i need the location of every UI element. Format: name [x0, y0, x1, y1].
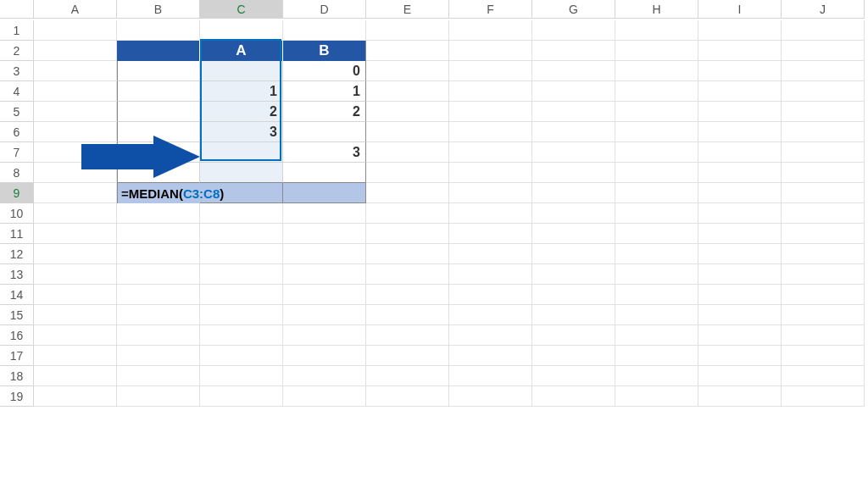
cell-E9[interactable]: [366, 183, 449, 203]
cell-I8[interactable]: [698, 163, 782, 183]
cell-E4[interactable]: [366, 81, 449, 102]
cell-B17[interactable]: [117, 346, 200, 366]
cell-I2[interactable]: [698, 41, 782, 61]
cell-B11[interactable]: [117, 224, 200, 244]
cell-G5[interactable]: [532, 102, 615, 122]
cell-B18[interactable]: [117, 366, 200, 386]
cell-H1[interactable]: [615, 20, 698, 41]
cell-A19[interactable]: [34, 386, 117, 407]
cell-G10[interactable]: [532, 203, 615, 224]
cell-H8[interactable]: [615, 163, 698, 183]
cell-C7[interactable]: [200, 142, 283, 163]
cell-H16[interactable]: [615, 325, 698, 346]
row-header-7[interactable]: 7: [0, 142, 34, 163]
cell-B15[interactable]: [117, 305, 200, 325]
cell-D17[interactable]: [283, 346, 366, 366]
cell-A15[interactable]: [34, 305, 117, 325]
cell-J7[interactable]: [782, 142, 865, 163]
cell-F1[interactable]: [449, 20, 532, 41]
cell-F10[interactable]: [449, 203, 532, 224]
table-header-B[interactable]: B: [283, 41, 366, 61]
cell-A14[interactable]: [34, 285, 117, 305]
cell-A9[interactable]: [34, 183, 117, 203]
cell-E2[interactable]: [366, 41, 449, 61]
cell-F5[interactable]: [449, 102, 532, 122]
cell-F19[interactable]: [449, 386, 532, 407]
cell-D6[interactable]: [283, 122, 366, 142]
row-header-10[interactable]: 10: [0, 203, 34, 224]
cell-B16[interactable]: [117, 325, 200, 346]
cell-A3[interactable]: [34, 61, 117, 81]
row-header-5[interactable]: 5: [0, 102, 34, 122]
row-header-16[interactable]: 16: [0, 325, 34, 346]
cell-D8[interactable]: [283, 163, 366, 183]
cell-G13[interactable]: [532, 264, 615, 285]
cell-A12[interactable]: [34, 244, 117, 264]
row-header-6[interactable]: 6: [0, 122, 34, 142]
cell-D7[interactable]: 3: [283, 142, 366, 163]
cell-C5[interactable]: 2: [200, 102, 283, 122]
cell-C10[interactable]: [200, 203, 283, 224]
cell-H3[interactable]: [615, 61, 698, 81]
cell-D5[interactable]: 2: [283, 102, 366, 122]
cell-E17[interactable]: [366, 346, 449, 366]
cell-I17[interactable]: [698, 346, 782, 366]
cell-D12[interactable]: [283, 244, 366, 264]
cell-A4[interactable]: [34, 81, 117, 102]
cell-H2[interactable]: [615, 41, 698, 61]
cell-C4[interactable]: 1: [200, 81, 283, 102]
col-header-G[interactable]: G: [532, 0, 615, 19]
cell-D1[interactable]: [283, 20, 366, 41]
cell-G19[interactable]: [532, 386, 615, 407]
cell-I15[interactable]: [698, 305, 782, 325]
cell-C18[interactable]: [200, 366, 283, 386]
cell-B14[interactable]: [117, 285, 200, 305]
cell-C6[interactable]: 3: [200, 122, 283, 142]
row-header-9[interactable]: 9: [0, 183, 34, 203]
cell-F7[interactable]: [449, 142, 532, 163]
cell-B19[interactable]: [117, 386, 200, 407]
cell-G6[interactable]: [532, 122, 615, 142]
cell-I7[interactable]: [698, 142, 782, 163]
cell-J2[interactable]: [782, 41, 865, 61]
cell-I10[interactable]: [698, 203, 782, 224]
cell-B9-formula[interactable]: =MEDIAN(C3:C8): [117, 183, 200, 203]
cell-A5[interactable]: [34, 102, 117, 122]
cell-A11[interactable]: [34, 224, 117, 244]
spreadsheet-grid[interactable]: A B C D E F G H I J 1 2 A B 3 0 4 1 1: [0, 0, 868, 407]
cell-C14[interactable]: [200, 285, 283, 305]
cell-J17[interactable]: [782, 346, 865, 366]
cell-H12[interactable]: [615, 244, 698, 264]
cell-J6[interactable]: [782, 122, 865, 142]
cell-A10[interactable]: [34, 203, 117, 224]
cell-H18[interactable]: [615, 366, 698, 386]
cell-B10[interactable]: [117, 203, 200, 224]
cell-J12[interactable]: [782, 244, 865, 264]
cell-G4[interactable]: [532, 81, 615, 102]
table-header-A[interactable]: A: [200, 41, 283, 61]
col-header-A[interactable]: A: [34, 0, 117, 19]
cell-H17[interactable]: [615, 346, 698, 366]
cell-J8[interactable]: [782, 163, 865, 183]
cell-F16[interactable]: [449, 325, 532, 346]
cell-I6[interactable]: [698, 122, 782, 142]
cell-C8[interactable]: [200, 163, 283, 183]
cell-C1[interactable]: [200, 20, 283, 41]
cell-G15[interactable]: [532, 305, 615, 325]
cell-J13[interactable]: [782, 264, 865, 285]
cell-E1[interactable]: [366, 20, 449, 41]
cell-J16[interactable]: [782, 325, 865, 346]
cell-F18[interactable]: [449, 366, 532, 386]
row-header-1[interactable]: 1: [0, 20, 34, 41]
col-header-F[interactable]: F: [449, 0, 532, 19]
cell-C13[interactable]: [200, 264, 283, 285]
cell-F11[interactable]: [449, 224, 532, 244]
cell-J5[interactable]: [782, 102, 865, 122]
cell-I12[interactable]: [698, 244, 782, 264]
cell-E3[interactable]: [366, 61, 449, 81]
cell-H5[interactable]: [615, 102, 698, 122]
cell-E11[interactable]: [366, 224, 449, 244]
cell-E8[interactable]: [366, 163, 449, 183]
cell-D15[interactable]: [283, 305, 366, 325]
cell-E14[interactable]: [366, 285, 449, 305]
